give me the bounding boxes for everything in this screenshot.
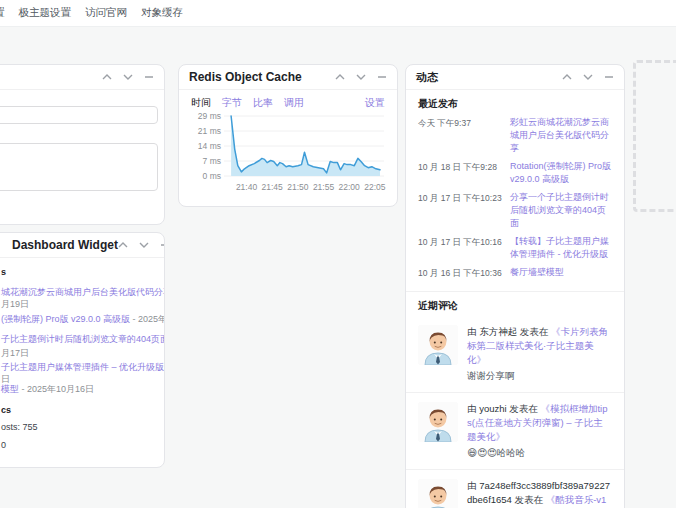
recent-posts-list: 今天 下午9:37 彩虹云商城花潮沉梦云商城用户后台美化版代码分享 10 月 1… bbox=[406, 114, 624, 291]
dw-post-link: (强制轮屏) Pro版 v29.0.0 高级版 - 2025年10月18 bbox=[1, 313, 164, 326]
dw-heading-fragment: cs bbox=[1, 405, 164, 415]
dashboard-widget-header: Dashboard Widget bbox=[0, 233, 164, 258]
recent-posts-heading: 最近发布 bbox=[406, 90, 624, 114]
post-row: 10 月 17 日 下午10:23 分享一个子比主题倒计时后随机浏览文章的404… bbox=[418, 191, 612, 230]
dw-stat-posts: osts: 755 bbox=[1, 422, 164, 432]
redis-object-cache-widget: Redis Object Cache 时间 字节 比率 调用 设置 29 ms2… bbox=[178, 64, 398, 207]
collapse-icon[interactable] bbox=[160, 240, 165, 250]
dw-post-date: 月17日 bbox=[1, 347, 164, 360]
comment-meta: 由 东方神起 发表在 《卡片列表角标第二版样式美化·子比主题美化》 bbox=[467, 325, 612, 368]
dashboard-widget-title: Dashboard Widget bbox=[0, 238, 118, 252]
svg-text:7 ms: 7 ms bbox=[203, 156, 221, 166]
post-title-link[interactable]: 分享一个子比主题倒计时后随机浏览文章的404页面 bbox=[510, 191, 612, 230]
quick-draft-widget bbox=[0, 64, 165, 225]
dw-heading-fragment: s bbox=[1, 267, 164, 277]
comment-author: youzhi bbox=[479, 403, 506, 414]
activity-widget-title: 动态 bbox=[416, 70, 561, 85]
tab-bytes[interactable]: 字节 bbox=[222, 96, 242, 110]
dw-stat: 0 bbox=[1, 440, 164, 450]
avatar bbox=[418, 402, 458, 442]
dashboard-widget: Dashboard Widget s 城花潮沉梦云商城用户后台美化版代码分享 -… bbox=[0, 232, 165, 468]
recent-comments-section: 近期评论 由 东方神起 发表在 《卡片列表角标第二版样式美化·子比主题美化》 谢… bbox=[406, 291, 624, 508]
quick-draft-header bbox=[0, 65, 164, 90]
post-row: 10 月 18 日 下午9:28 Rotation(强制轮屏) Pro版 v29… bbox=[418, 160, 612, 186]
dw-post-link: 子比主题倒计时后随机浏览文章的404页面 - bbox=[1, 333, 164, 346]
post-title-link[interactable]: 彩虹云商城花潮沉梦云商城用户后台美化版代码分享 bbox=[510, 116, 612, 155]
svg-text:0 ms: 0 ms bbox=[203, 171, 221, 181]
post-date: 10 月 18 日 下午9:28 bbox=[418, 160, 504, 186]
move-up-icon[interactable] bbox=[561, 72, 572, 82]
activity-widget: 动态 最近发布 今天 下午9:37 彩虹云商城花潮沉梦云商城用户后台美化版代码分… bbox=[405, 64, 625, 508]
move-up-icon[interactable] bbox=[118, 240, 129, 250]
comment-item: 由 东方神起 发表在 《卡片列表角标第二版样式美化·子比主题美化》 谢谢分享啊 bbox=[406, 316, 624, 392]
recent-comments-heading: 近期评论 bbox=[406, 292, 624, 316]
comment-item: 由 7a248eff3cc3889fbf389a79227dbe6f1654 发… bbox=[406, 469, 624, 508]
admin-bar-item-truncated[interactable]: 置 bbox=[0, 6, 5, 20]
post-title-link[interactable]: 【转载】子比主题用户媒体管理插件 - 优化升级版 bbox=[510, 235, 612, 261]
move-up-icon[interactable] bbox=[101, 72, 112, 82]
avatar bbox=[418, 325, 458, 365]
svg-text:22:05: 22:05 bbox=[364, 182, 386, 192]
admin-bar-item-object-cache[interactable]: 对象缓存 bbox=[141, 6, 183, 20]
draft-content-textarea[interactable] bbox=[0, 143, 158, 191]
move-down-icon[interactable] bbox=[582, 72, 593, 82]
svg-text:21:50: 21:50 bbox=[287, 182, 309, 192]
tab-time[interactable]: 时间 bbox=[191, 96, 211, 110]
redis-widget-title: Redis Object Cache bbox=[189, 70, 334, 84]
collapse-icon[interactable] bbox=[603, 72, 614, 82]
svg-text:21:45: 21:45 bbox=[262, 182, 284, 192]
move-down-icon[interactable] bbox=[355, 72, 366, 82]
redis-widget-header: Redis Object Cache bbox=[179, 65, 397, 90]
empty-widget-drop-zone bbox=[633, 60, 676, 212]
post-title-link[interactable]: Rotation(强制轮屏) Pro版 v29.0.0 高级版 bbox=[510, 160, 612, 186]
dw-post-link: 模型 - 2025年10月16日 bbox=[1, 383, 164, 396]
comment-item: 由 youzhi 发表在 《模拟框增加tips(点任意地方关闭弹窗) – 子比主… bbox=[406, 392, 624, 469]
post-title-link[interactable]: 餐厅墙壁模型 bbox=[510, 266, 612, 279]
tab-ratio[interactable]: 比率 bbox=[253, 96, 273, 110]
comment-excerpt: 😄😍😍哈哈哈 bbox=[467, 446, 612, 460]
move-down-icon[interactable] bbox=[139, 240, 150, 250]
post-row: 10 月 17 日 下午10:16 【转载】子比主题用户媒体管理插件 - 优化升… bbox=[418, 235, 612, 261]
svg-text:21 ms: 21 ms bbox=[198, 126, 221, 136]
post-row: 今天 下午9:37 彩虹云商城花潮沉梦云商城用户后台美化版代码分享 bbox=[418, 116, 612, 155]
svg-text:21:55: 21:55 bbox=[313, 182, 335, 192]
collapse-icon[interactable] bbox=[376, 72, 387, 82]
svg-text:22:00: 22:00 bbox=[339, 182, 361, 192]
post-date: 今天 下午9:37 bbox=[418, 116, 504, 155]
wordpress-dashboard: { "admin_bar": { "items": ["置", "极主题设置",… bbox=[0, 0, 676, 508]
post-date: 10 月 16 日 下午10:36 bbox=[418, 266, 504, 279]
move-up-icon[interactable] bbox=[334, 72, 345, 82]
tab-calls[interactable]: 调用 bbox=[284, 96, 304, 110]
post-row: 10 月 16 日 下午10:36 餐厅墙壁模型 bbox=[418, 266, 612, 279]
svg-text:21:40: 21:40 bbox=[236, 182, 258, 192]
redis-settings-link[interactable]: 设置 bbox=[365, 96, 385, 110]
dw-post-date: 月19日 bbox=[1, 298, 164, 311]
avatar bbox=[418, 479, 458, 508]
admin-bar-item-visit-site[interactable]: 访问官网 bbox=[85, 6, 127, 20]
comment-author: 东方神起 bbox=[479, 326, 517, 337]
svg-text:14 ms: 14 ms bbox=[198, 141, 221, 151]
post-date: 10 月 17 日 下午10:16 bbox=[418, 235, 504, 261]
comment-meta: 由 youzhi 发表在 《模拟框增加tips(点任意地方关闭弹窗) – 子比主… bbox=[467, 402, 612, 445]
latency-area-chart: 29 ms21 ms14 ms7 ms0 ms21:4021:4521:5021… bbox=[190, 110, 386, 206]
draft-title-input[interactable] bbox=[0, 106, 158, 124]
admin-bar-item-theme-settings[interactable]: 极主题设置 bbox=[19, 6, 72, 20]
post-date: 10 月 17 日 下午10:23 bbox=[418, 191, 504, 230]
collapse-icon[interactable] bbox=[143, 72, 154, 82]
redis-metric-tabs: 时间 字节 比率 调用 设置 bbox=[179, 90, 397, 110]
admin-bar: 置 极主题设置 访问官网 对象缓存 bbox=[0, 0, 676, 27]
comment-meta: 由 7a248eff3cc3889fbf389a79227dbe6f1654 发… bbox=[467, 479, 612, 508]
svg-text:29 ms: 29 ms bbox=[198, 111, 221, 121]
activity-widget-header: 动态 bbox=[406, 65, 624, 90]
comment-excerpt: 谢谢分享啊 bbox=[467, 369, 612, 383]
move-down-icon[interactable] bbox=[122, 72, 133, 82]
